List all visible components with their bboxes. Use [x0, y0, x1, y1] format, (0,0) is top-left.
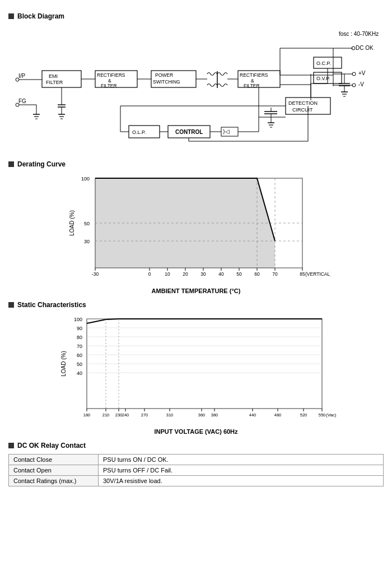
table-row: Contact Ratings (max.) 30V/1A resistive …	[9, 476, 384, 486]
static-x-axis-label: INPUT VOLTAGE (VAC) 60Hz	[8, 428, 384, 435]
rect2-label3: FILTER	[244, 83, 260, 89]
power-switching-label1: POWER	[155, 72, 173, 78]
sy-100: 100	[74, 317, 82, 322]
fg-label: FG	[18, 98, 26, 104]
block-diagram-svg: fosc : 40-70KHz DC OK +V -V I/P FG	[8, 25, 389, 154]
control-label: CONTROL	[175, 129, 203, 135]
y-label-30: 30	[84, 239, 90, 244]
derating-x-axis-label: AMBIENT TEMPERATURE (°C)	[8, 288, 384, 294]
sy-40: 40	[77, 370, 82, 376]
sx-230: 230	[115, 412, 123, 418]
section-square-icon2	[8, 161, 14, 167]
derating-curve-chart-container: 100 50 30 LOAD (%) -30 0 10 20 30 40	[8, 173, 384, 285]
sy-70: 70	[77, 344, 82, 349]
power-switching-label2: SWITCHING	[153, 79, 180, 85]
vac-label: (Vac)	[326, 412, 337, 418]
dc-ok-label: DC OK	[356, 45, 374, 51]
page: Block Diagram fosc : 40-70KHz DC OK +V -…	[0, 0, 392, 492]
x-label-60: 60	[254, 271, 260, 277]
x-label-10: 10	[165, 271, 170, 277]
dc-ok-section-header: DC OK Relay Contact	[8, 442, 384, 449]
table-row: Contact Close PSU turns ON / DC OK.	[9, 455, 384, 465]
sy-60: 60	[77, 353, 82, 358]
sx-380: 380	[211, 412, 218, 418]
sx-360: 360	[198, 412, 206, 418]
rect1-label3: FILTER	[101, 83, 117, 89]
block-diagram-section-header: Block Diagram	[8, 12, 384, 20]
sy-80: 80	[77, 335, 82, 340]
table-cell-label: Contact Open	[9, 465, 99, 476]
ovp-label: O.V.P.	[316, 76, 330, 81]
static-characteristics-title: Static Characteristics	[17, 301, 86, 309]
table-cell-value: PSU turns ON / DC OK.	[99, 455, 384, 465]
table-row: Contact Open PSU turns OFF / DC Fail.	[9, 465, 384, 476]
ocp-label: O.C.P.	[316, 61, 331, 66]
olp-label: O.L.P.	[132, 129, 146, 135]
derating-curve-title: Derating Curve	[17, 160, 66, 168]
sx-240: 240	[122, 412, 129, 418]
static-curve	[87, 319, 322, 323]
table-cell-label: Contact Close	[9, 455, 99, 465]
block-diagram-area: fosc : 40-70KHz DC OK +V -V I/P FG	[8, 25, 384, 154]
sx-210: 210	[102, 412, 110, 418]
svg-point-8	[16, 103, 19, 106]
x-label-50: 50	[236, 271, 242, 277]
y-label-50: 50	[84, 221, 90, 226]
relay-contact-table: Contact Close PSU turns ON / DC OK. Cont…	[8, 454, 384, 486]
static-characteristics-section-header: Static Characteristics	[8, 301, 384, 309]
static-characteristics-chart-container: 100 90 80 70 60 50 40 LOAD (%) 180 210 2…	[8, 313, 384, 425]
svg-point-6	[16, 78, 19, 81]
x-label-30: 30	[200, 271, 206, 277]
emi-filter-label1: EMI	[49, 73, 58, 79]
vertical-label: (VERTICAL)	[305, 271, 330, 277]
x-label--30: -30	[92, 271, 99, 277]
x-label-85: 85	[300, 271, 305, 277]
emi-filter-label2: FILTER	[46, 80, 63, 85]
sx-310: 310	[166, 412, 174, 418]
sx-520: 520	[300, 412, 307, 418]
table-cell-value: 30V/1A resistive load.	[99, 476, 384, 486]
sx-440: 440	[249, 412, 256, 418]
section-square-icon	[8, 13, 14, 19]
x-label-40: 40	[218, 271, 224, 277]
plus-v-label: +V	[358, 70, 366, 76]
table-cell-label: Contact Ratings (max.)	[9, 476, 99, 486]
rect2-label1: RECTIFIERS	[240, 72, 268, 78]
fosc-label: fosc : 40-70KHz	[339, 31, 379, 37]
sx-270: 270	[141, 412, 148, 418]
y-axis-label: LOAD (%)	[69, 210, 75, 236]
section-square-icon3	[8, 302, 14, 308]
static-y-axis-label: LOAD (%)	[60, 351, 67, 377]
minus-v-label: -V	[358, 81, 364, 87]
derating-curve-svg: 100 50 30 LOAD (%) -30 0 10 20 30 40	[62, 173, 330, 285]
x-label-0: 0	[148, 271, 151, 277]
sy-50: 50	[77, 361, 82, 367]
detection-label2: CIRCUIT	[292, 107, 313, 113]
x-label-20: 20	[183, 271, 188, 277]
dc-ok-title: DC OK Relay Contact	[17, 442, 86, 449]
y-label-100: 100	[81, 176, 90, 182]
detection-label1: DETECTION	[288, 100, 318, 106]
x-label-70: 70	[272, 271, 278, 277]
sx-480: 480	[274, 412, 282, 418]
sx-180: 180	[83, 412, 91, 418]
sx-550: 550	[319, 412, 326, 418]
table-cell-value: PSU turns OFF / DC Fail.	[99, 465, 384, 476]
rect1-label1: RECTIFIERS	[97, 72, 125, 78]
feedback-symbol: ⟩◁	[223, 128, 230, 135]
sy-90: 90	[77, 326, 82, 331]
ip-label: I/P	[18, 73, 26, 79]
static-chart-svg: 100 90 80 70 60 50 40 LOAD (%) 180 210 2…	[53, 313, 339, 425]
derating-curve-section-header: Derating Curve	[8, 160, 384, 168]
block-diagram-title: Block Diagram	[17, 12, 64, 20]
section-square-icon4	[8, 443, 14, 448]
